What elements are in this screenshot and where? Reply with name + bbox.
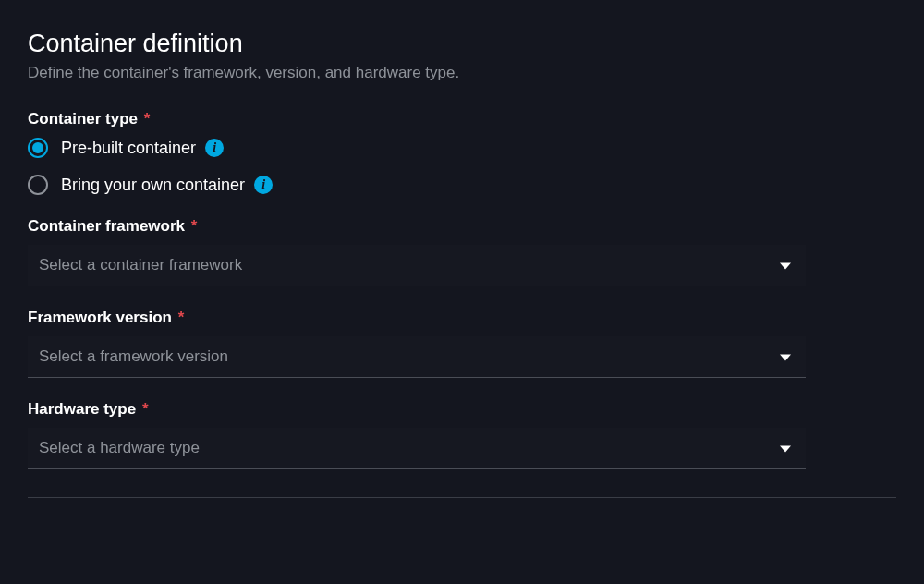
info-icon[interactable] [254, 176, 273, 194]
hardware-type-label-text: Hardware type [28, 400, 136, 418]
framework-version-select[interactable]: Select a framework version [28, 336, 806, 378]
container-framework-field: Container framework * Select a container… [28, 217, 896, 286]
hardware-type-select[interactable]: Select a hardware type [28, 428, 806, 469]
info-icon[interactable] [205, 139, 224, 157]
radio-circle-icon [28, 175, 48, 195]
container-framework-label: Container framework * [28, 217, 896, 236]
container-type-label-text: Container type [28, 110, 138, 128]
section-title: Container definition [28, 30, 896, 58]
hardware-type-label: Hardware type * [28, 400, 896, 419]
radio-circle-icon [28, 138, 48, 158]
hardware-type-field: Hardware type * Select a hardware type [28, 400, 896, 469]
framework-version-field: Framework version * Select a framework v… [28, 309, 896, 378]
radio-label-prebuilt: Pre-built container [61, 139, 196, 158]
container-framework-label-text: Container framework [28, 217, 185, 235]
section-divider [28, 497, 896, 498]
section-description: Define the container's framework, versio… [28, 64, 896, 82]
select-placeholder: Select a container framework [39, 256, 242, 274]
radio-prebuilt-container[interactable]: Pre-built container [28, 138, 896, 158]
radio-bring-own-container[interactable]: Bring your own container [28, 175, 896, 195]
container-type-field: Container type * Pre-built container Bri… [28, 110, 896, 195]
container-framework-select[interactable]: Select a container framework [28, 245, 806, 286]
required-asterisk: * [144, 110, 151, 128]
select-placeholder: Select a framework version [39, 347, 228, 366]
framework-version-label: Framework version * [28, 309, 896, 327]
radio-label-bring-own: Bring your own container [61, 176, 245, 195]
container-type-label: Container type * [28, 110, 896, 128]
required-asterisk: * [142, 400, 149, 418]
required-asterisk: * [191, 217, 198, 235]
required-asterisk: * [178, 309, 185, 326]
framework-version-label-text: Framework version [28, 309, 172, 326]
select-placeholder: Select a hardware type [39, 439, 200, 457]
